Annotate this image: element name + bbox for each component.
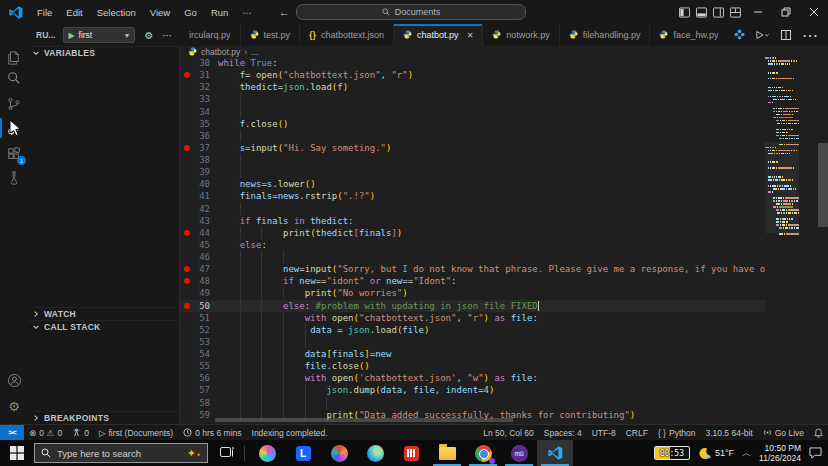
restore-button[interactable] xyxy=(772,0,800,24)
code-line-57[interactable]: 57 json.dump(data, file, indent=4) xyxy=(180,384,765,396)
breadcrumb-file[interactable]: chatbot.py xyxy=(201,47,240,57)
horizontal-scrollbar-thumb[interactable] xyxy=(215,418,513,422)
breakpoint-gutter[interactable] xyxy=(180,106,194,118)
taskbar-l-app-icon[interactable]: L xyxy=(285,440,321,466)
taskbar-chrome-icon[interactable] xyxy=(465,440,501,466)
vertical-scrollbar[interactable] xyxy=(818,57,828,421)
breakpoint-gutter[interactable] xyxy=(180,166,194,178)
breakpoint-gutter[interactable] xyxy=(180,397,194,409)
extensions-icon[interactable]: 1 xyxy=(0,142,28,166)
menu-file[interactable]: File xyxy=(30,7,59,18)
ports-indicator[interactable]: 0 xyxy=(67,425,94,441)
command-center-search[interactable]: Documents xyxy=(296,4,526,20)
start-debug-icon[interactable]: ▶ xyxy=(68,31,74,40)
remote-indicator[interactable]: >< xyxy=(0,425,24,441)
breadcrumb-rest[interactable]: ... xyxy=(251,47,258,57)
breakpoint-gutter[interactable] xyxy=(180,178,194,190)
code-line-39[interactable]: 39 xyxy=(180,166,765,178)
breakpoint-gutter[interactable] xyxy=(180,93,194,105)
action-center-icon[interactable] xyxy=(809,447,822,459)
problems-indicator[interactable]: ⊗0 ⚠0 xyxy=(24,425,67,441)
tab-chatbottext-json[interactable]: {}chatbottext.json xyxy=(300,24,394,46)
indentation[interactable]: Spaces: 4 xyxy=(539,425,587,441)
code-line-56[interactable]: 56 with open('chatbottext.json', "w") as… xyxy=(180,372,765,384)
notifications-bell[interactable] xyxy=(809,425,828,441)
code-line-51[interactable]: 51 with open("chatbottext.json", "r") as… xyxy=(180,312,765,324)
code-line-38[interactable]: 38 xyxy=(180,154,765,166)
taskbar-copilot-icon[interactable] xyxy=(249,440,285,466)
breakpoint-gutter[interactable] xyxy=(180,203,194,215)
code-line-34[interactable]: 34 xyxy=(180,106,765,118)
breakpoint-gutter[interactable] xyxy=(180,372,194,384)
breakpoint-dot[interactable] xyxy=(180,69,194,81)
python-interpreter[interactable]: 3.10.5 64-bit xyxy=(700,425,757,441)
close-tab-icon[interactable]: ✕ xyxy=(467,31,474,40)
breakpoint-gutter[interactable] xyxy=(180,118,194,130)
breakpoint-gutter[interactable] xyxy=(180,336,194,348)
split-editor-icon[interactable] xyxy=(781,26,791,44)
breakpoint-dot[interactable] xyxy=(180,263,194,275)
python-extension-icon[interactable] xyxy=(734,26,745,44)
toggle-secondary-sidebar-icon[interactable] xyxy=(710,0,727,24)
section-header-breakpoints[interactable]: BREAKPOINTS xyxy=(28,411,179,424)
run-file-button[interactable] xyxy=(756,26,770,44)
taskbar-clock[interactable]: 10:50 PM 11/26/2024 xyxy=(759,443,801,463)
code-line-48[interactable]: 48 if new=="idont" or new=="Idont": xyxy=(180,275,765,287)
section-header-watch[interactable]: WATCH xyxy=(28,307,179,320)
tab-notwork-py[interactable]: notwork.py xyxy=(483,24,560,46)
weather-widget[interactable]: 51°F xyxy=(698,447,734,460)
start-button[interactable] xyxy=(0,440,34,466)
breakpoint-dot[interactable] xyxy=(180,300,194,312)
close-button[interactable] xyxy=(800,0,828,24)
debug-settings-gear-icon[interactable]: ⚙ xyxy=(144,30,153,41)
section-header-variables[interactable]: VARIABLES xyxy=(28,46,179,59)
cursor-position[interactable]: Ln 50, Col 60 xyxy=(478,425,539,441)
breakpoint-gutter[interactable] xyxy=(180,251,194,263)
menu-view[interactable]: View xyxy=(143,7,177,18)
more-actions-icon[interactable]: ⋯ xyxy=(162,30,172,41)
code-line-33[interactable]: 33 xyxy=(180,93,765,105)
taskbar-red-app-icon[interactable] xyxy=(393,440,429,466)
vertical-scrollbar-thumb[interactable] xyxy=(818,143,828,227)
tab-ircularq-py[interactable]: ircularq.py xyxy=(180,24,241,46)
menu-edit[interactable]: Edit xyxy=(59,7,89,18)
code-line-40[interactable]: 40 news=s.lower() xyxy=(180,178,765,190)
breakpoint-gutter[interactable] xyxy=(180,154,194,166)
code-line-50[interactable]: 50 else: #problem with updating in json … xyxy=(180,300,765,312)
time-tracker[interactable]: 0 hrs 6 mins xyxy=(178,425,246,441)
code-line-36[interactable]: 36 xyxy=(180,130,765,142)
taskbar-edge-icon[interactable] xyxy=(357,440,393,466)
code-line-54[interactable]: 54 data[finals]=new xyxy=(180,348,765,360)
breakpoint-gutter[interactable] xyxy=(180,190,194,202)
code-line-42[interactable]: 42 xyxy=(180,203,765,215)
testing-icon[interactable] xyxy=(0,166,28,190)
menu-run[interactable]: Run xyxy=(204,7,235,18)
minimize-button[interactable] xyxy=(744,0,772,24)
tab-face_hw-py[interactable]: face_hw.py xyxy=(650,24,724,46)
taskbar-search-box[interactable]: Type here to search ✦✦ xyxy=(34,443,208,463)
code-lines[interactable]: 30while True:31 f= open("chatbottext.jso… xyxy=(180,57,765,421)
battery-timer-widget[interactable]: 00:53 xyxy=(654,446,690,460)
menu-[interactable]: ⋯ xyxy=(235,7,259,18)
code-line-31[interactable]: 31 f= open("chatbottext.json", "r") xyxy=(180,69,765,81)
breakpoint-gutter[interactable] xyxy=(180,215,194,227)
code-line-30[interactable]: 30while True: xyxy=(180,57,765,69)
breakpoint-gutter[interactable] xyxy=(180,409,194,421)
code-line-46[interactable]: 46 xyxy=(180,251,765,263)
code-line-32[interactable]: 32 thedict=json.load(f) xyxy=(180,81,765,93)
tray-chevron-up-icon[interactable]: ︿ xyxy=(742,447,751,460)
breakpoint-gutter[interactable] xyxy=(180,287,194,299)
breakpoint-gutter[interactable] xyxy=(180,239,194,251)
eol-sequence[interactable]: CRLF xyxy=(621,425,653,441)
taskbar-vscode-icon[interactable] xyxy=(537,440,573,466)
breakpoint-gutter[interactable] xyxy=(180,360,194,372)
search-icon[interactable] xyxy=(0,66,28,90)
code-line-44[interactable]: 44 print(thedict[finals]) xyxy=(180,227,765,239)
minimap-viewport[interactable] xyxy=(765,142,799,233)
encoding[interactable]: UTF-8 xyxy=(587,425,621,441)
breadcrumb[interactable]: chatbot.py › ... xyxy=(180,46,828,57)
code-line-45[interactable]: 45 else: xyxy=(180,239,765,251)
taskbar-m365-icon[interactable] xyxy=(321,440,357,466)
menu-go[interactable]: Go xyxy=(177,7,204,18)
code-line-55[interactable]: 55 file.close() xyxy=(180,360,765,372)
